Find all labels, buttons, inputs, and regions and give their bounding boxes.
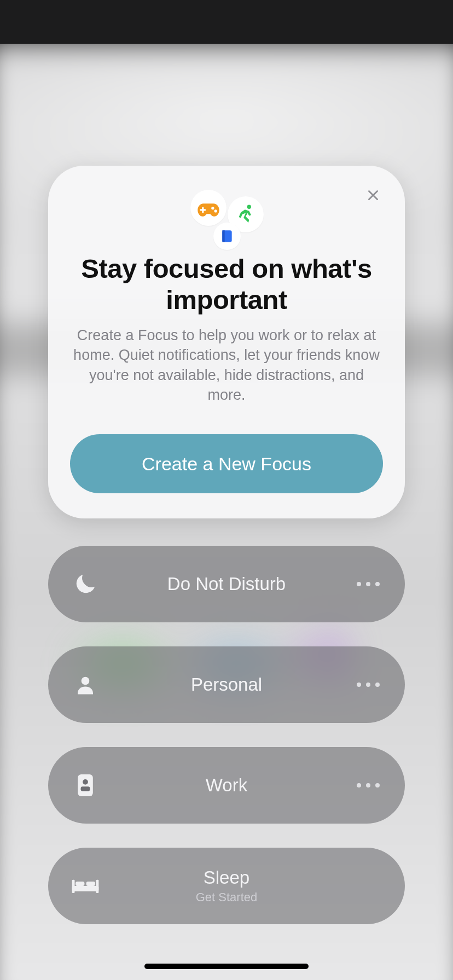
more-button[interactable] [357,582,380,586]
focus-item-personal[interactable]: Personal [48,646,405,723]
create-focus-button[interactable]: Create a New Focus [70,434,383,493]
bed-icon [71,875,100,897]
more-button[interactable] [357,682,380,687]
game-controller-icon [197,196,220,219]
more-button[interactable] [357,783,380,788]
person-icon [74,673,97,696]
badge-icon [75,773,96,798]
focus-item-label: Do Not Disturb [167,574,286,594]
cluster-circle [213,223,241,250]
focus-item-label: Work [206,775,247,796]
svg-point-6 [247,205,252,209]
book-icon [220,229,234,243]
focus-item-work[interactable]: Work [48,747,405,824]
svg-rect-16 [76,882,84,886]
home-indicator[interactable] [144,964,309,969]
focus-item-sleep[interactable]: Sleep Get Started [48,848,405,924]
svg-rect-17 [86,882,95,886]
svg-rect-10 [78,774,93,796]
running-icon [235,203,257,225]
focus-item-sublabel: Get Started [196,890,258,905]
intro-title: Stay focused on what's important [70,253,383,316]
svg-point-9 [82,677,90,685]
intro-body: Create a Focus to help you work or to re… [70,325,383,405]
close-button[interactable] [362,184,384,206]
focus-item-dnd[interactable]: Do Not Disturb [48,546,405,622]
intro-icon-cluster [188,189,265,249]
svg-rect-12 [81,787,90,791]
cluster-circle [190,190,226,226]
focus-item-label: Sleep [204,867,249,888]
focus-intro-card: Stay focused on what's important Create … [48,166,405,518]
svg-rect-15 [72,886,99,891]
svg-point-4 [211,207,214,209]
close-icon [366,188,380,202]
focus-list: Do Not Disturb Personal Work [48,546,405,924]
svg-point-11 [83,779,88,785]
svg-rect-3 [200,209,206,211]
svg-rect-8 [222,230,224,242]
focus-item-label: Personal [191,674,262,695]
svg-point-5 [214,209,217,212]
moon-icon [73,571,98,597]
